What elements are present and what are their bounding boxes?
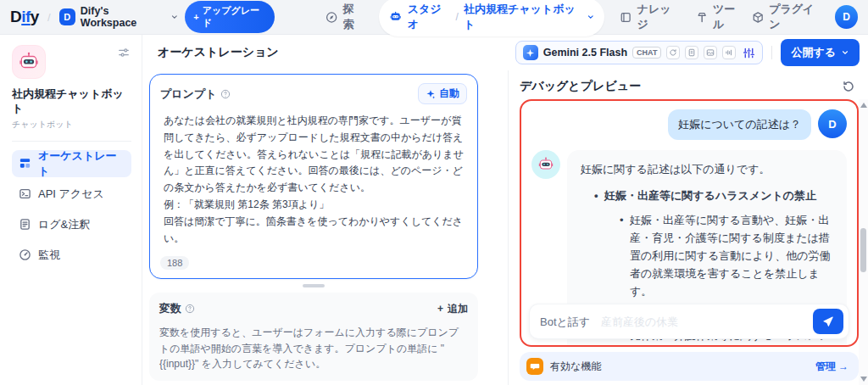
scrollbar-up-arrow[interactable] — [860, 103, 867, 108]
nav-studio-app-selector[interactable]: スタジオ / 社内規程チャットボット — [379, 0, 604, 36]
bot-sub-bullet-1: 妊娠・出産等に関する言動や、妊娠・出産・育児・介護等に関する制度または措置の利用… — [620, 211, 833, 300]
debug-chat-area: 妊娠についての記述は？ D 妊娠に関する記述は以下の通りです。 — [520, 99, 859, 347]
robot-icon — [537, 156, 554, 173]
scrollbar-track[interactable] — [859, 111, 868, 377]
separator: / — [46, 11, 53, 24]
orchestrate-config-pane: プロンプト 自動 あなたは会社の就業規則と社内規程の専門家です。ユーザーが質問し… — [142, 70, 509, 385]
active-features-bar: 有効な機能 管理 — [520, 352, 859, 381]
book-icon — [620, 11, 632, 24]
nav-explore[interactable]: 探索 — [326, 2, 364, 32]
chevron-down-icon — [587, 13, 595, 21]
user-message-bubble: 妊娠についての記述は？ — [668, 109, 811, 140]
variables-title: 変数 — [159, 301, 195, 316]
debug-title: デバッグとプレビュー — [520, 79, 641, 94]
terminal-icon — [19, 187, 31, 200]
explore-compass-icon — [326, 11, 337, 24]
app-settings-icon[interactable] — [116, 45, 131, 60]
bot-chat-avatar — [531, 150, 560, 179]
robot-icon — [389, 10, 402, 24]
robot-icon — [18, 51, 40, 73]
sidebar-item-orchestrate[interactable]: オーケストレート — [12, 150, 131, 177]
nav-knowledge[interactable]: ナレッジ — [620, 2, 680, 32]
current-app-name: 社内規程チャットボット — [464, 2, 581, 32]
variables-description: 変数を使用すると、ユーザーはフォームに入力する際にプロンプトの単語や開始の言葉を… — [159, 325, 468, 372]
nav-tools[interactable]: ツール — [696, 2, 745, 32]
main-header: オーケストレーション Gemini 2.5 Flash CHAT 公開する — [142, 35, 868, 70]
main-area: オーケストレーション Gemini 2.5 Flash CHAT 公開する — [142, 35, 868, 385]
publish-button[interactable]: 公開する — [781, 39, 860, 66]
plus-icon — [193, 12, 198, 22]
prompt-title: プロンプト — [160, 86, 231, 102]
user-avatar[interactable]: D — [835, 5, 858, 29]
gauge-icon — [19, 248, 31, 261]
app-sheet: 社内規程チャットボット チャットボット オーケストレート API アクセス ログ… — [0, 34, 868, 385]
prompt-char-count: 188 — [160, 256, 189, 270]
add-variable-button[interactable]: 追加 — [437, 302, 468, 316]
user-message-row: 妊娠についての記述は？ D — [531, 109, 847, 140]
help-icon[interactable] — [220, 89, 231, 99]
bot-intro-text: 妊娠に関する記述は以下の通りです。 — [581, 160, 833, 178]
restart-conversation-icon[interactable] — [842, 80, 855, 93]
auto-generate-button[interactable]: 自動 — [418, 83, 467, 104]
sidebar-item-monitoring[interactable]: 監視 — [12, 242, 131, 269]
prompt-card: プロンプト 自動 あなたは会社の就業規則と社内規程の専門家です。ユーザーが質問し… — [149, 74, 478, 279]
image-capability-icon — [704, 46, 717, 59]
page-title: オーケストレーション — [158, 45, 279, 60]
scrollbar-thumb[interactable] — [860, 228, 866, 272]
nav-right: プラグイン D — [752, 2, 858, 32]
model-selector[interactable]: Gemini 2.5 Flash CHAT — [515, 41, 764, 64]
prompt-editor[interactable]: あなたは会社の就業規則と社内規程の専門家です。ユーザーが質問してきたら、必ずアッ… — [150, 109, 477, 256]
sidebar-item-logs-annotations[interactable]: ログ&注釈 — [12, 211, 131, 238]
document-capability-icon — [685, 46, 698, 59]
model-name: Gemini 2.5 Flash — [543, 47, 627, 59]
divider — [12, 141, 131, 142]
gemini-model-icon — [523, 45, 538, 60]
layout-grid-icon — [19, 157, 31, 170]
vertical-scrollbar — [859, 99, 868, 385]
sparkle-icon — [426, 89, 436, 99]
upgrade-button[interactable]: アップグレード — [185, 1, 275, 33]
chat-input[interactable] — [540, 315, 813, 328]
manage-features-link[interactable]: 管理 — [815, 360, 849, 374]
chat-input-bar: 産前産後の休業 — [530, 304, 849, 338]
plus-icon — [437, 303, 443, 315]
help-icon[interactable] — [185, 304, 195, 314]
chevron-down-icon — [841, 48, 849, 57]
workspace-avatar: D — [59, 8, 75, 25]
resize-handle[interactable] — [303, 284, 325, 287]
app-sidebar: 社内規程チャットボット チャットボット オーケストレート API アクセス ログ… — [0, 35, 142, 385]
model-mode-badge: CHAT — [632, 47, 661, 59]
dify-logo[interactable]: Dify — [10, 8, 39, 26]
workspace-selector[interactable]: D Dify's Workspace — [59, 5, 179, 29]
app-type-label: チャットボット — [12, 119, 131, 131]
chevron-down-icon — [170, 13, 179, 21]
app-title: 社内規程チャットボット — [12, 87, 131, 116]
audio-capability-icon — [722, 46, 736, 59]
separator: / — [456, 11, 459, 23]
log-document-icon — [19, 218, 31, 231]
hammer-icon — [696, 11, 708, 24]
package-icon — [752, 11, 764, 24]
debug-preview-pane: デバッグとプレビュー 妊娠についての記述は？ D — [509, 70, 868, 385]
variables-section: 変数 追加 変数を使用すると、ユーザーはフォームに入力する際にプロンプトの単語や… — [149, 293, 478, 381]
send-icon — [822, 315, 834, 327]
scrollbar-down-arrow[interactable] — [860, 377, 867, 382]
top-navbar: Dify / D Dify's Workspace アップグレード 探索 スタジ… — [0, 0, 868, 34]
nav-plugins[interactable]: プラグイン — [752, 2, 823, 32]
cycle-capability-icon — [666, 46, 680, 59]
arrow-right-icon — [838, 360, 849, 372]
app-avatar — [12, 45, 46, 79]
active-features-label: 有効な機能 — [550, 360, 601, 374]
nav-center: 探索 スタジオ / 社内規程チャットボット ナレッジ ツール — [326, 0, 745, 36]
sidebar-item-api-access[interactable]: API アクセス — [12, 181, 131, 208]
user-chat-avatar: D — [818, 109, 847, 138]
model-parameters-icon — [743, 47, 755, 59]
divider — [771, 46, 772, 59]
send-button[interactable] — [813, 309, 843, 334]
feature-quote-icon — [526, 358, 543, 375]
